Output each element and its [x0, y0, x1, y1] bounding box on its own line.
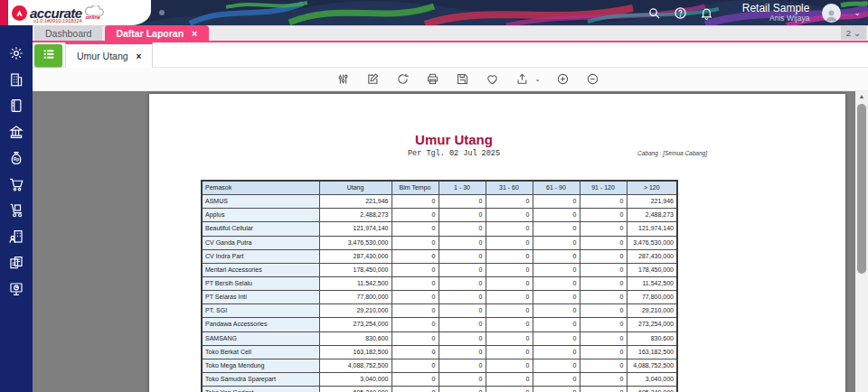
- amount-cell: 0: [533, 304, 580, 318]
- chevron-down-icon: ⌄: [854, 28, 861, 38]
- ledger-icon: [8, 98, 24, 114]
- amount-cell: 0: [533, 209, 580, 222]
- amount-cell: 0: [392, 209, 439, 222]
- print-icon[interactable]: [426, 72, 440, 87]
- user-info[interactable]: Retail Sample Anis Wijaya: [742, 3, 810, 23]
- amount-cell: 0: [580, 195, 627, 209]
- tab-overflow-dropdown[interactable]: 2 ⌄: [841, 26, 866, 40]
- amount-cell: 3,476,530,000: [319, 236, 392, 249]
- supplier-cell: ASMUS: [202, 195, 319, 209]
- amount-cell: 0: [580, 276, 627, 290]
- favorite-icon[interactable]: [486, 72, 500, 87]
- sidebar-item-bank[interactable]: [0, 118, 33, 145]
- help-icon[interactable]: [674, 6, 687, 20]
- amount-cell: 2,488,273: [319, 209, 392, 222]
- zoom-in-icon[interactable]: [556, 72, 571, 87]
- amount-cell: 0: [486, 304, 533, 318]
- sidebar-item-settings[interactable]: [0, 40, 33, 66]
- table-row: CV Ganda Putra3,476,530,000000003,476,53…: [202, 236, 677, 249]
- tab-dashboard[interactable]: Dashboard: [34, 25, 102, 41]
- amount-cell: 0: [533, 195, 580, 209]
- amount-cell: 0: [439, 387, 486, 392]
- supplier-cell: SAMSANG: [202, 331, 319, 345]
- table-row: Applus2,488,273000002,488,273: [202, 209, 677, 222]
- user-menu-caret-icon[interactable]: ⌄: [854, 8, 861, 17]
- amount-cell: 0: [533, 372, 580, 386]
- amount-cell: 0: [439, 249, 486, 263]
- sidebar-item-company[interactable]: [0, 66, 33, 92]
- amount-cell: 29,210,000: [319, 304, 392, 318]
- sidebar-item-sales-cart[interactable]: [0, 171, 33, 197]
- amount-cell: 0: [486, 318, 533, 331]
- sidebar-item-purchase-trolley[interactable]: [0, 197, 33, 223]
- tab-daftar-laporan-label: Daftar Laporan: [116, 28, 184, 39]
- amount-cell: 0: [533, 387, 580, 392]
- report-title: Umur Utang: [201, 132, 707, 147]
- aging-table: PemasokUtangBlm Tempo1 - 3031 - 6061 - 9…: [201, 180, 678, 392]
- amount-cell: 0: [439, 222, 486, 236]
- list-icon: [42, 47, 56, 65]
- close-icon[interactable]: ×: [192, 28, 197, 39]
- amount-cell: 0: [580, 387, 627, 392]
- tax-documents-icon: [8, 255, 24, 271]
- table-row: Pandawa Accessories273,254,00000000273,2…: [202, 318, 677, 331]
- amount-cell: 121,974,140: [627, 222, 677, 236]
- amount-cell: 0: [486, 195, 533, 209]
- amount-cell: 0: [392, 263, 439, 276]
- amount-cell: 3,040,000: [627, 372, 677, 386]
- sidebar-item-ledger[interactable]: [0, 92, 33, 118]
- amount-cell: 0: [392, 291, 439, 304]
- sidebar-item-finance[interactable]: Rp: [0, 145, 33, 171]
- tab-daftar-laporan[interactable]: Daftar Laporan ×: [105, 25, 208, 41]
- banner-dot-decoration: [159, 10, 165, 15]
- amount-cell: 0: [533, 263, 580, 276]
- report-list-button[interactable]: [34, 44, 62, 67]
- amount-cell: 0: [486, 236, 533, 249]
- column-header: 31 - 60: [486, 181, 533, 195]
- purchase-trolley-icon: [8, 202, 24, 219]
- sidebar-item-assets[interactable]: [0, 223, 33, 249]
- amount-cell: 0: [392, 222, 439, 236]
- scrollbar-thumb[interactable]: [857, 104, 866, 274]
- notifications-bell-icon[interactable]: [700, 6, 713, 20]
- user-avatar[interactable]: [822, 4, 841, 23]
- sidebar-item-reports-monitor[interactable]: [0, 275, 33, 302]
- amount-cell: 77,800,000: [319, 291, 392, 304]
- amount-cell: 0: [439, 372, 486, 386]
- export-caret-icon[interactable]: ⌄: [534, 75, 541, 83]
- amount-cell: 221,946: [627, 195, 677, 209]
- amount-cell: 0: [439, 345, 486, 359]
- amount-cell: 0: [486, 209, 533, 222]
- table-row: SAMSANG830,60000000830,600: [202, 331, 677, 345]
- amount-cell: 0: [533, 236, 580, 249]
- parameters-icon[interactable]: [336, 72, 351, 87]
- company-name: Retail Sample: [742, 3, 810, 14]
- save-icon[interactable]: [456, 72, 470, 87]
- scroll-up-icon[interactable]: ▲: [855, 93, 868, 99]
- amount-cell: 4,088,752,500: [319, 359, 392, 372]
- vertical-scrollbar[interactable]: ▲: [855, 91, 868, 392]
- amount-cell: 0: [533, 345, 580, 359]
- amount-cell: 0: [439, 263, 486, 276]
- zoom-out-icon[interactable]: [586, 72, 600, 87]
- sidebar-nav: Rp: [0, 25, 33, 392]
- amount-cell: 0: [580, 291, 627, 304]
- amount-cell: 0: [486, 249, 533, 263]
- amount-cell: 0: [580, 359, 627, 372]
- supplier-cell: Toko Yan Gadget: [202, 387, 319, 392]
- tab-umur-utang[interactable]: Umur Utang ×: [65, 42, 153, 68]
- table-row: CV Indra Part287,430,00000000287,430,000: [202, 249, 677, 263]
- export-icon[interactable]: [515, 72, 530, 87]
- banner-left-accent: [0, 0, 8, 25]
- amount-cell: 0: [439, 236, 486, 249]
- sidebar-item-tax-documents[interactable]: [0, 249, 33, 275]
- edit-icon[interactable]: [366, 72, 381, 87]
- column-header: > 120: [627, 181, 677, 195]
- refresh-icon[interactable]: [396, 72, 410, 87]
- main-tab-strip: Dashboard Daftar Laporan × 2 ⌄: [33, 25, 868, 42]
- search-icon[interactable]: [647, 6, 661, 20]
- close-icon[interactable]: ×: [137, 51, 142, 61]
- supplier-cell: Applus: [202, 209, 319, 222]
- amount-cell: 178,450,000: [627, 263, 677, 276]
- amount-cell: 0: [580, 263, 627, 276]
